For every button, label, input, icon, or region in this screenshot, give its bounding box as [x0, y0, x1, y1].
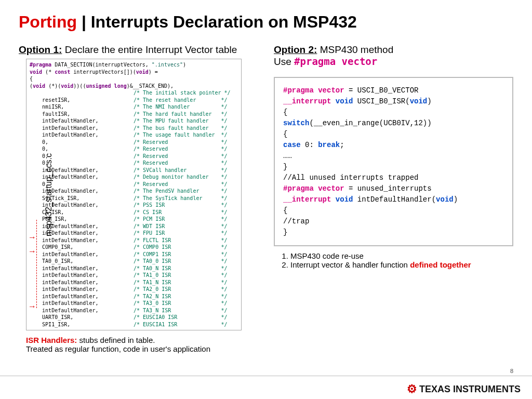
arrow-icon: →: [28, 247, 36, 256]
code-row: intDefaultHandler,/* WDT ISR */: [30, 223, 238, 230]
code-row: SPI1_ISR,/* EUSCIA1 ISR */: [30, 321, 238, 328]
code-row: intDefaultHandler,/* PSS ISR */: [30, 202, 238, 209]
code-row: 0,/* Reserved */: [30, 153, 238, 160]
code-row: /* The initial stack pointer */: [30, 89, 238, 97]
code-row: intDefaultHandler,/* TA1_N ISR */: [30, 279, 238, 286]
code-row: intDefaultHandler,/* FPU ISR */: [30, 230, 238, 237]
file-label: msp432_startup_ccs.c: [44, 153, 54, 236]
list-item: MSP430 code re-use: [290, 251, 513, 260]
code-row: PCM_ISR,/* PCM ISR */: [30, 216, 238, 223]
code-row: intDefaultHandler,/* The MPU fault handl…: [30, 117, 238, 125]
code-row: intDefaultHandler,/* TA3_0 ISR */: [30, 300, 238, 307]
title-sep: |: [77, 12, 91, 31]
code-row: 0,/* Reserved */: [30, 139, 238, 146]
code-row: TA0_0_ISR,/* TA0_0 ISR */: [30, 258, 238, 265]
title-red: Porting: [19, 12, 77, 31]
code-row: intDefaultHandler,/* Debug monitor handl…: [30, 174, 238, 181]
code-row: UART0_ISR,/* EUSCIA0 ISR */: [30, 314, 238, 321]
code-row: COMP0_ISR,/* COMP0 ISR */: [30, 244, 238, 251]
logo-text: TEXAS INSTRUMENTS: [419, 384, 521, 395]
option1-label: Option 1: Declare the entire Interrupt V…: [19, 44, 258, 56]
arrow-icon: →: [28, 302, 36, 311]
ti-logo: ⚙ TEXAS INSTRUMENTS: [407, 382, 521, 396]
title-rest: Interrupts Declaration on MSP432: [91, 12, 357, 31]
code-row: intDefaultHandler,/* TA1_0 ISR */: [30, 272, 238, 279]
code-row: intDefaultHandler,/* TA2_N ISR */: [30, 293, 238, 300]
slide-title: Porting | Interrupts Declaration on MSP4…: [19, 12, 513, 32]
code-row: intDefaultHandler,/* The PendSV handler …: [30, 188, 238, 195]
code-row: CS_ISR,/* CS ISR */: [30, 209, 238, 216]
column-right: Option 2: MSP430 method Use #pragma vect…: [274, 44, 513, 353]
bottom-right-text: MSP430 code re-use Interrupt vector & ha…: [274, 251, 513, 269]
footer: ⚙ TEXAS INSTRUMENTS: [407, 382, 521, 396]
codebox1-wrap: msp432_startup_ccs.c → → → #pragma DATA_…: [19, 59, 258, 330]
code-row: intDefaultHandler,/* FLCTL ISR */: [30, 237, 238, 244]
code-row: intDefaultHandler,/* TA3_N ISR */: [30, 307, 238, 314]
code-row: 0,/* Reserved */: [30, 159, 238, 167]
column-left: Option 1: Declare the entire Interrupt V…: [19, 44, 258, 353]
code-row: 0,/* Reserved */: [30, 145, 238, 153]
page-number: 8: [510, 368, 513, 374]
code-row: intDefaultHandler,/* COMP1 ISR */: [30, 251, 238, 258]
list-item: Interrupt vector & handler function defi…: [290, 260, 513, 269]
code-block-2: #pragma vector = USCI_B0_VECTOR __interr…: [274, 77, 513, 246]
code-row: intDefaultHandler,/* The bus fault handl…: [30, 125, 238, 132]
option2-label: Option 2: MSP430 method Use #pragma vect…: [274, 44, 513, 68]
code-row: intDefaultHandler,/* TA2_0 ISR */: [30, 286, 238, 293]
code-row: faultISR,/* The hard fault handler */: [30, 111, 238, 118]
bottom-left-text: ISR Handlers: stubs defined in table. Tr…: [26, 336, 258, 353]
code-block-1: #pragma DATA_SECTION(interruptVectors, "…: [26, 59, 242, 330]
code-row: 0,/* Reserved */: [30, 181, 238, 188]
arrow-icon: →: [28, 233, 36, 242]
code-row: SysTick_ISR,/* The SysTick handler */: [30, 195, 238, 202]
code-row: nmiISR,/* The NMI handler */: [30, 103, 238, 111]
footer-line: [0, 376, 532, 376]
code-row: resetISR,/* The reset handler */: [30, 97, 238, 104]
code-row: intDefaultHandler,/* TA0_N ISR */: [30, 265, 238, 272]
ti-chip-icon: ⚙: [407, 382, 417, 396]
code-row: intDefaultHandler,/* SVCall handler */: [30, 167, 238, 174]
code-row: intDefaultHandler,/* The usage fault han…: [30, 131, 238, 139]
